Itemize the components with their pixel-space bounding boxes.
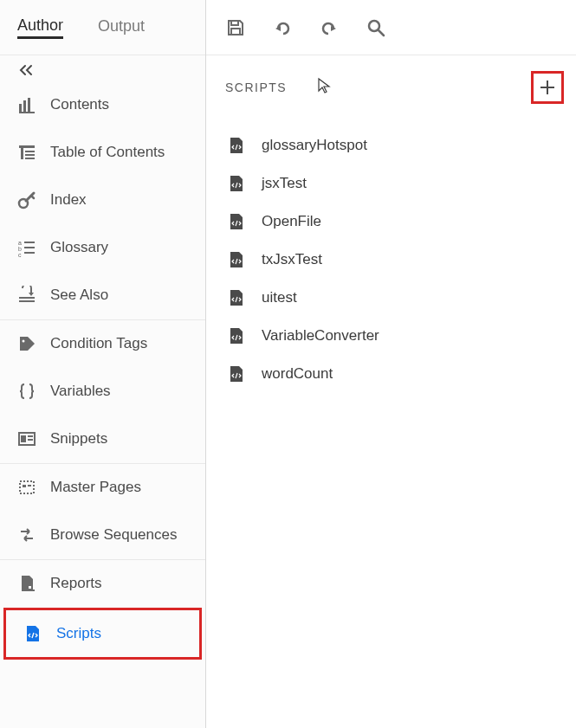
sidebar-item-variables[interactable]: Variables (0, 368, 205, 416)
svg-rect-27 (23, 485, 26, 487)
script-file-icon (229, 327, 246, 345)
highlight-add (531, 71, 564, 104)
master-pages-icon (17, 478, 36, 497)
svg-rect-29 (29, 586, 31, 589)
svg-rect-15 (24, 242, 35, 243)
search-button[interactable] (366, 17, 386, 38)
sidebar-item-index[interactable]: Index (0, 177, 205, 224)
svg-marker-18 (29, 293, 34, 296)
svg-rect-1 (23, 100, 26, 112)
svg-rect-26 (20, 481, 34, 493)
sidebar-item-contents[interactable]: Contents (0, 81, 205, 129)
script-name: wordCount (262, 365, 333, 383)
cursor-icon (317, 77, 334, 94)
highlight-scripts: Scripts (3, 608, 202, 660)
svg-text:b: b (18, 246, 22, 252)
sidebar-item-label: Scripts (56, 625, 101, 642)
sidebar-item-snippets[interactable]: Snippets (0, 416, 205, 463)
tab-author[interactable]: Author (17, 16, 63, 39)
svg-rect-3 (19, 112, 35, 113)
script-item[interactable]: VariableConverter (206, 317, 576, 355)
key-icon (17, 190, 36, 209)
sidebar-item-browse-sequences[interactable]: Browse Sequences (0, 512, 205, 559)
tab-output[interactable]: Output (98, 17, 145, 37)
script-name: OpenFile (262, 213, 321, 230)
sidebar-item-label: Index (50, 191, 87, 209)
sidebar-item-label: Reports (50, 575, 102, 592)
sidebar-item-reports[interactable]: Reports (0, 560, 205, 608)
svg-rect-23 (21, 435, 26, 442)
undo-button[interactable] (272, 17, 293, 38)
sidebar-nav: Contents Table of Contents Index abc Glo… (0, 81, 205, 660)
script-name: jsxTest (262, 175, 307, 192)
svg-rect-5 (21, 145, 23, 159)
browse-sequences-icon (17, 525, 36, 544)
svg-rect-7 (25, 154, 35, 156)
save-button[interactable] (225, 17, 246, 38)
svg-rect-28 (28, 485, 31, 486)
main-panel: SCRIPTS glossaryHotspot (206, 0, 576, 728)
sidebar: Author Output Contents Table of Contents (0, 0, 206, 728)
svg-rect-30 (29, 589, 35, 591)
sidebar-item-seealso[interactable]: See Also (0, 272, 205, 319)
see-also-icon (17, 286, 36, 305)
sidebar-item-label: Browse Sequences (50, 526, 177, 544)
sidebar-item-glossary[interactable]: abc Glossary (0, 224, 205, 272)
sidebar-item-label: Master Pages (50, 479, 141, 496)
svg-rect-2 (28, 98, 30, 112)
script-list: glossaryHotspot jsxTest OpenFile txJsxTe… (206, 119, 576, 400)
script-file-icon (229, 213, 246, 230)
script-file-icon (229, 137, 246, 154)
tag-icon (17, 334, 36, 353)
svg-rect-16 (24, 247, 35, 248)
svg-text:a: a (18, 240, 22, 246)
toolbar (206, 0, 576, 55)
glossary-icon: abc (17, 238, 36, 257)
script-name: glossaryHotspot (262, 137, 367, 154)
script-item[interactable]: uitest (206, 279, 576, 317)
script-file-icon (229, 175, 246, 192)
script-item[interactable]: OpenFile (206, 203, 576, 241)
sidebar-item-master-pages[interactable]: Master Pages (0, 464, 205, 512)
redo-button[interactable] (319, 17, 340, 38)
svg-rect-25 (28, 439, 33, 441)
sidebar-item-label: Contents (50, 96, 109, 113)
script-file-icon (229, 289, 246, 306)
script-item[interactable]: glossaryHotspot (206, 126, 576, 164)
script-name: VariableConverter (262, 327, 379, 345)
sidebar-item-condition-tags[interactable]: Condition Tags (0, 320, 205, 368)
svg-line-11 (31, 196, 34, 198)
add-script-button[interactable] (535, 75, 560, 100)
toc-icon (17, 143, 36, 162)
sidebar-tabs: Author Output (0, 0, 205, 55)
script-item[interactable]: jsxTest (206, 164, 576, 203)
script-file-icon (229, 251, 246, 268)
sidebar-item-label: See Also (50, 287, 108, 304)
reports-icon (17, 574, 36, 593)
svg-rect-8 (25, 158, 35, 159)
script-item[interactable]: txJsxTest (206, 241, 576, 279)
svg-rect-17 (24, 252, 35, 254)
braces-icon (17, 382, 36, 401)
svg-rect-24 (28, 435, 33, 437)
contents-icon (17, 95, 36, 114)
sidebar-item-toc[interactable]: Table of Contents (0, 129, 205, 177)
scripts-icon (23, 624, 42, 643)
svg-rect-19 (19, 297, 35, 299)
svg-rect-32 (231, 29, 240, 35)
snippets-icon (17, 429, 36, 448)
sidebar-item-label: Variables (50, 383, 111, 400)
sidebar-item-label: Glossary (50, 239, 108, 256)
script-item[interactable]: wordCount (206, 355, 576, 393)
collapse-sidebar-icon[interactable] (19, 64, 186, 76)
script-file-icon (229, 365, 246, 383)
sidebar-item-scripts[interactable]: Scripts (6, 610, 199, 657)
panel-header: SCRIPTS (206, 55, 576, 119)
sidebar-item-label: Snippets (50, 430, 107, 448)
panel-title: SCRIPTS (225, 81, 287, 94)
script-name: txJsxTest (262, 251, 322, 268)
svg-line-36 (379, 30, 384, 35)
svg-text:c: c (18, 252, 22, 257)
sidebar-item-label: Table of Contents (50, 144, 165, 161)
script-name: uitest (262, 289, 297, 306)
